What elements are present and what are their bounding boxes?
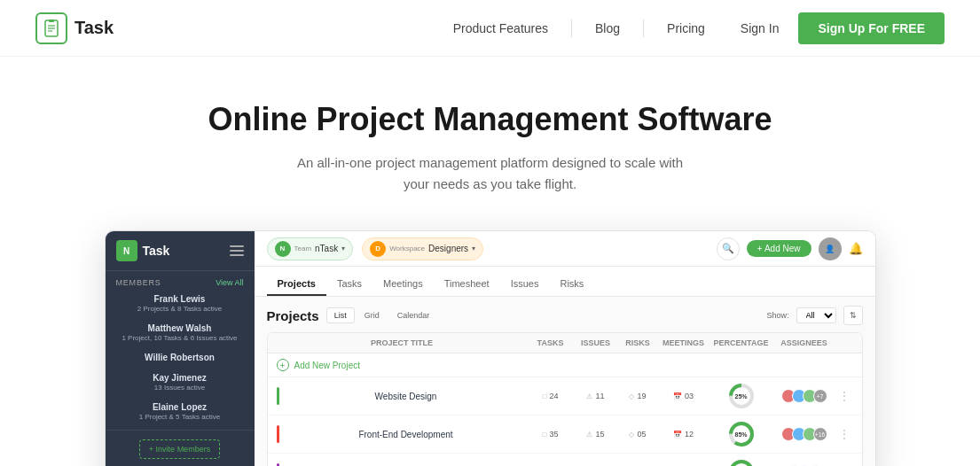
nav-product-features[interactable]: Product Features xyxy=(437,16,564,41)
hamburger-icon[interactable] xyxy=(230,245,244,256)
projects-heading: Projects xyxy=(267,308,319,323)
show-select[interactable]: All xyxy=(796,307,836,323)
tab-timesheet[interactable]: Timesheet xyxy=(434,273,500,296)
cell-issues: ⚠11 xyxy=(574,392,618,400)
workspace-icon: D xyxy=(370,241,386,257)
sidebar: N Task MEMBERS View All Frank Lewis 2 Pr xyxy=(106,231,255,466)
top-bar-left: N Team nTask ▾ D Workspace Designers ▾ xyxy=(267,237,484,260)
donut-label: 85% xyxy=(734,431,747,438)
row-actions[interactable]: ⋮ xyxy=(835,390,853,402)
hamburger-line-3 xyxy=(230,254,244,256)
team-name: nTask xyxy=(315,244,338,253)
member-sub-1: 1 Project, 10 Tasks & 6 Issues active xyxy=(116,334,244,342)
col-meetings: Meetings xyxy=(658,338,710,347)
view-tab-list[interactable]: List xyxy=(326,307,355,323)
team-dropdown-icon: ▾ xyxy=(341,245,345,252)
hero-title: Online Project Management Software xyxy=(18,101,962,138)
sidebar-logo-icon: N xyxy=(116,240,137,261)
member-sub-3: 13 Issues active xyxy=(116,384,244,392)
team-prefix: Team xyxy=(294,245,312,252)
app-screenshot: N Task MEMBERS View All Frank Lewis 2 Pr xyxy=(105,230,876,466)
logo[interactable]: Task xyxy=(35,12,114,44)
member-name-0: Frank Lewis xyxy=(116,294,244,304)
avatars: +16 xyxy=(781,427,827,441)
svg-rect-1 xyxy=(49,19,54,22)
member-sub-0: 2 Projects & 8 Tasks active xyxy=(116,305,244,313)
logo-icon xyxy=(35,12,67,44)
cell-issues: ⚠15 xyxy=(574,430,618,439)
main-content: N Team nTask ▾ D Workspace Designers ▾ xyxy=(255,231,875,466)
invite-members-button[interactable]: + Invite Members xyxy=(139,439,220,459)
col-percentage: Percentage xyxy=(710,338,773,347)
sidebar-member-0[interactable]: Frank Lewis 2 Projects & 8 Tasks active xyxy=(106,289,255,318)
app-inner: N Task MEMBERS View All Frank Lewis 2 Pr xyxy=(106,231,875,466)
project-name[interactable]: Website Design xyxy=(285,392,528,401)
cell-assignees: +16 xyxy=(773,427,835,441)
sidebar-member-1[interactable]: Matthew Walsh 1 Project, 10 Tasks & 6 Is… xyxy=(106,318,255,347)
add-new-button[interactable]: + Add New xyxy=(747,240,811,257)
tab-issues[interactable]: Issues xyxy=(500,273,550,296)
tab-risks[interactable]: Risks xyxy=(549,273,594,296)
svg-point-10 xyxy=(731,462,752,466)
nav-divider-2 xyxy=(643,19,644,37)
content-top-left: Projects List Grid Calendar xyxy=(267,307,438,323)
view-tab-calendar[interactable]: Calendar xyxy=(389,307,438,323)
hero-section: Online Project Management Software An al… xyxy=(0,57,980,466)
projects-table: Project Title Tasks Issues Risks Meeting… xyxy=(267,332,863,466)
hamburger-line-1 xyxy=(230,245,244,247)
donut-label: 25% xyxy=(734,393,747,400)
nav-blog[interactable]: Blog xyxy=(579,16,636,41)
add-project-row[interactable]: + Add New Project xyxy=(268,353,862,377)
cell-pct: 70% xyxy=(710,458,773,466)
table-header: Project Title Tasks Issues Risks Meeting… xyxy=(268,333,862,353)
tab-tasks[interactable]: Tasks xyxy=(326,273,372,296)
sidebar-member-3[interactable]: Kay Jimenez 13 Issues active xyxy=(106,368,255,397)
cell-risks: ◇05 xyxy=(618,430,658,439)
user-avatar[interactable]: 👤 xyxy=(819,237,842,260)
cell-assignees: +7 xyxy=(773,389,835,403)
view-all-link[interactable]: View All xyxy=(216,278,243,287)
nav-pricing[interactable]: Pricing xyxy=(651,16,721,41)
team-badge[interactable]: N Team nTask ▾ xyxy=(267,237,354,260)
member-name-4: Elaine Lopez xyxy=(116,402,244,412)
col-actions xyxy=(835,338,853,347)
filter-button[interactable]: ⇅ xyxy=(843,306,863,325)
project-color-bar xyxy=(277,425,279,443)
col-assignees: Assignees xyxy=(773,338,835,347)
workspace-badge[interactable]: D Workspace Designers ▾ xyxy=(362,237,483,260)
tab-meetings[interactable]: Meetings xyxy=(372,273,434,296)
row-actions[interactable]: ⋮ xyxy=(835,428,853,440)
hero-subtitle: An all-in-one project management platfor… xyxy=(295,152,686,195)
content-area: Projects List Grid Calendar Show: All xyxy=(255,297,875,466)
sidebar-member-4[interactable]: Elaine Lopez 1 Project & 5 Tasks active xyxy=(106,397,255,426)
add-project-icon: + xyxy=(277,359,289,371)
signin-button[interactable]: Sign In xyxy=(728,16,792,41)
ws-prefix: Workspace xyxy=(389,245,425,252)
navbar: Task Product Features Blog Pricing Sign … xyxy=(0,0,980,57)
content-top-row: Projects List Grid Calendar Show: All xyxy=(267,306,863,325)
cell-meetings: 📅12 xyxy=(658,430,710,439)
members-header: MEMBERS View All xyxy=(106,271,255,289)
cell-tasks: □35 xyxy=(528,430,574,439)
project-name[interactable]: Front-End Development xyxy=(285,430,528,439)
top-bar: N Team nTask ▾ D Workspace Designers ▾ xyxy=(255,231,875,267)
sidebar-logo-text: Task xyxy=(143,244,170,258)
search-button[interactable]: 🔍 xyxy=(717,237,740,260)
top-bar-right: 🔍 + Add New 👤 🔔 xyxy=(717,237,863,260)
donut-chart: 70% xyxy=(727,458,756,466)
cell-meetings: 📅03 xyxy=(658,392,710,400)
bell-icon[interactable]: 🔔 xyxy=(849,242,863,255)
content-top-right: Show: All ⇅ xyxy=(766,306,862,325)
col-project-title: Project Title xyxy=(277,338,528,347)
view-tab-grid[interactable]: Grid xyxy=(357,307,388,323)
signup-button[interactable]: Sign Up For FREE xyxy=(798,12,945,44)
sidebar-header: N Task xyxy=(106,231,255,271)
logo-text: Task xyxy=(74,18,114,38)
sidebar-member-2[interactable]: Willie Robertson xyxy=(106,347,255,368)
cell-pct: 85% xyxy=(710,420,773,448)
sidebar-logo: N Task xyxy=(116,240,170,261)
team-icon: N xyxy=(275,241,291,257)
cell-tasks: □24 xyxy=(528,392,574,400)
tab-projects[interactable]: Projects xyxy=(267,273,326,296)
tabs-bar: Projects Tasks Meetings Timesheet Issues… xyxy=(255,267,875,297)
